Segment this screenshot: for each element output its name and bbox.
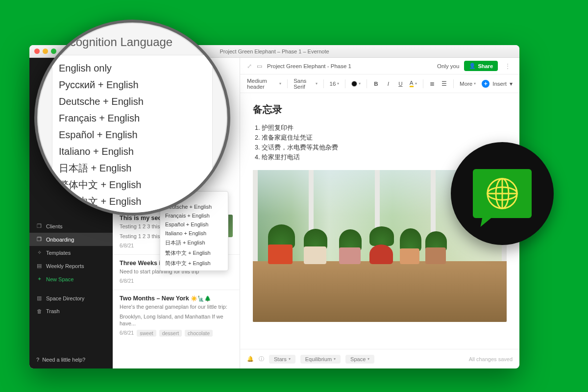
language-option[interactable]: 日本語 + English <box>160 238 228 248</box>
breadcrumb[interactable]: Project Green Elephant - Phase 1 <box>267 63 351 69</box>
language-option[interactable]: English only <box>59 60 206 76</box>
sharing-status[interactable]: Only you <box>437 63 459 69</box>
language-option[interactable]: Русский + English <box>59 76 206 93</box>
note-tag[interactable]: dessert <box>159 330 182 337</box>
help-icon: ? <box>36 357 39 363</box>
more-dropdown[interactable]: More▾ <box>460 81 476 87</box>
insert-button[interactable]: + Insert▾ <box>482 80 513 88</box>
sidebar-item-clients[interactable]: ❒ Clients <box>29 220 113 233</box>
font-dropdown[interactable]: Sans Serif▾ <box>294 78 318 90</box>
bell-icon[interactable]: 🔔 <box>247 356 254 362</box>
color-picker[interactable]: ▾ <box>351 81 361 87</box>
language-option[interactable]: Español + English <box>59 126 206 143</box>
bold-button[interactable]: B <box>373 81 379 87</box>
directory-icon: ▥ <box>36 295 42 301</box>
language-option[interactable]: Deutsche + English <box>59 93 206 110</box>
maximize-icon[interactable] <box>51 49 56 54</box>
expand-icon[interactable]: ⤢ <box>247 63 252 70</box>
note-title: Two Months – New York ☀️🗽🌲 <box>120 295 233 302</box>
sidebar-item-label: Trash <box>46 308 60 314</box>
style-dropdown[interactable]: Medium header▾ <box>247 78 281 90</box>
language-option[interactable]: Español + English <box>160 220 228 229</box>
language-option[interactable]: 繁体中文 + English <box>160 248 228 258</box>
share-label: Share <box>478 63 493 69</box>
sidebar-item-label: Weekly Reports <box>46 263 84 269</box>
sidebar-item-templates[interactable]: ✧ Templates <box>29 246 113 259</box>
note-date: 6/8/21 <box>120 330 134 337</box>
underline-button[interactable]: U <box>397 81 404 87</box>
save-status: All changes saved <box>469 356 513 362</box>
box-icon: ❒ <box>36 223 42 229</box>
sidebar-item-new-space[interactable]: ✦ New Space <box>29 272 113 286</box>
document-footer: 🔔 ⓘ Stars▾ Equilibrium▾ Space▾ All chang… <box>240 349 519 368</box>
notebook-icon[interactable]: ▭ <box>257 63 262 70</box>
note-snippet: Brooklyn, Long Island, and Manhattan If … <box>120 313 233 327</box>
note-snippet: Here's the general gameplan for our litt… <box>120 303 233 310</box>
recognition-language-title: Recognition Language <box>55 35 213 49</box>
sidebar-item-weekly-reports[interactable]: ▤ Weekly Reports <box>29 259 113 272</box>
formatting-toolbar: Medium header▾ Sans Serif▾ 16▾ ▾ B I U <box>240 74 519 93</box>
sidebar-item-label: Onboarding <box>46 237 74 243</box>
recognition-language-menu[interactable]: English only Русский + English Deutsche … <box>52 55 213 215</box>
size-dropdown[interactable]: 16▾ <box>330 81 340 87</box>
template-icon: ✧ <box>36 249 42 256</box>
sidebar-item-label: New Space <box>46 276 74 282</box>
list-item: 准备家庭住址凭证 <box>262 133 507 143</box>
tag-pill[interactable]: Stars▾ <box>269 355 295 364</box>
sidebar-item-space-directory[interactable]: ▥ Space Directory <box>29 292 113 305</box>
language-badge <box>451 142 554 245</box>
speech-bubble-icon <box>473 169 532 218</box>
number-list-button[interactable]: ☰ <box>441 80 447 87</box>
language-option[interactable]: Français + English <box>59 110 206 126</box>
document-heading: 备忘录 <box>253 103 507 116</box>
language-option[interactable]: Français + English <box>160 211 228 220</box>
note-date: 6/8/21 <box>120 243 134 248</box>
help-label: Need a little help? <box>42 357 85 363</box>
box-icon: ❒ <box>36 236 42 243</box>
help-link[interactable]: ? Need a little help? <box>29 351 113 368</box>
document-header: ⤢ ▭ Project Green Elephant - Phase 1 Onl… <box>240 58 519 74</box>
person-icon: 👤 <box>469 63 476 69</box>
highlight-dropdown[interactable]: A▾ <box>410 80 417 87</box>
language-option[interactable]: 繁体中文 + English <box>59 176 206 193</box>
title-emoji: ☀️🗽🌲 <box>191 295 211 301</box>
language-option[interactable]: Italiano + English <box>160 229 228 238</box>
list-item: 护照复印件 <box>262 123 507 133</box>
tag-pill[interactable]: Space▾ <box>345 355 374 364</box>
note-tag[interactable]: chocolate <box>185 330 213 337</box>
traffic-lights <box>34 49 56 54</box>
more-icon[interactable]: ⋮ <box>503 63 513 70</box>
sidebar-item-onboarding[interactable]: ❒ Onboarding <box>29 233 113 246</box>
sidebar-item-label: Clients <box>46 223 63 229</box>
tag-pill[interactable]: Equilibrium▾ <box>300 355 341 364</box>
window-title: Project Green Elephant – Phase 1 – Evern… <box>220 49 329 54</box>
note-date: 6/8/21 <box>120 278 134 284</box>
share-button[interactable]: 👤 Share <box>464 61 498 71</box>
trash-icon: 🗑 <box>36 308 42 314</box>
list-item: 交话费，水电费等其他杂费 <box>262 143 507 152</box>
language-option[interactable]: Italiano + English <box>59 143 206 160</box>
plus-icon: + <box>482 80 490 88</box>
sidebar-item-trash[interactable]: 🗑 Trash <box>29 305 113 318</box>
plus-icon: ✦ <box>36 276 42 282</box>
close-icon[interactable] <box>34 49 40 54</box>
globe-icon <box>485 176 520 211</box>
reports-icon: ▤ <box>36 263 42 269</box>
language-option[interactable]: 日本語 + English <box>59 160 206 176</box>
note-card[interactable]: Two Months – New York ☀️🗽🌲 Here's the ge… <box>113 290 240 343</box>
minimize-icon[interactable] <box>43 49 48 54</box>
sidebar-item-label: Templates <box>46 250 71 256</box>
note-tag[interactable]: sweet <box>137 330 156 337</box>
color-dot-icon <box>351 81 357 87</box>
bullet-list-button[interactable]: ≣ <box>429 80 435 87</box>
magnifier-overlay: Recognition Language English only Русски… <box>34 20 230 216</box>
italic-button[interactable]: I <box>385 81 392 87</box>
sidebar-item-label: Space Directory <box>46 295 84 301</box>
info-icon[interactable]: ⓘ <box>259 355 264 363</box>
language-option[interactable]: 简体中文 + English <box>160 258 228 269</box>
